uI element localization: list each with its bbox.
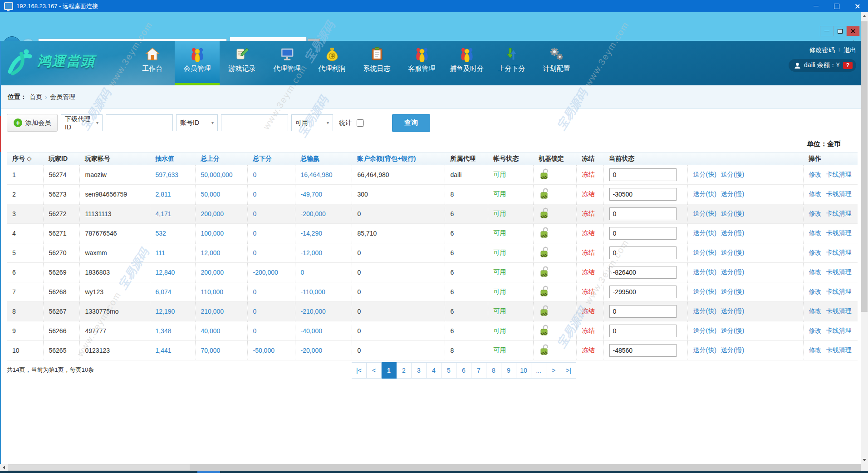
machine-lock-icon[interactable] <box>539 344 551 356</box>
send-slow-link[interactable]: 送分(慢) <box>721 268 744 276</box>
current-state-input[interactable] <box>609 227 677 240</box>
nav-item-plan-config[interactable]: 计划配置 <box>534 41 579 85</box>
page-3-button[interactable]: 3 <box>412 362 427 379</box>
current-state-input[interactable] <box>609 246 677 259</box>
page-1-button[interactable]: 1 <box>382 362 397 379</box>
clear-line-link[interactable]: 卡线清理 <box>826 307 851 315</box>
column-header[interactable]: 总上分 <box>195 153 247 165</box>
send-slow-link[interactable]: 送分(慢) <box>721 346 744 354</box>
current-state-input[interactable] <box>609 286 677 298</box>
page-2-button[interactable]: 2 <box>397 362 412 379</box>
machine-lock-icon[interactable] <box>539 168 551 181</box>
scroll-down-icon[interactable] <box>861 456 868 464</box>
status-select[interactable]: 可用▾ <box>291 114 333 131</box>
column-header[interactable]: 序号 ◇ <box>7 153 43 165</box>
nav-item-customer-service[interactable]: 客服管理 <box>399 41 444 85</box>
scroll-left-icon[interactable] <box>0 464 8 471</box>
breadcrumb-home-link[interactable]: 首页 <box>29 93 42 101</box>
current-state-input[interactable] <box>609 325 677 337</box>
account-id-input[interactable] <box>221 114 288 131</box>
search-button[interactable]: 查询 <box>392 114 430 132</box>
edit-link[interactable]: 修改 <box>809 268 822 276</box>
send-fast-link[interactable]: 送分(快) <box>693 210 716 217</box>
edit-link[interactable]: 修改 <box>809 346 822 354</box>
column-header[interactable]: 总下分 <box>247 153 295 165</box>
machine-lock-icon[interactable] <box>539 305 551 317</box>
vertical-scrollbar[interactable] <box>861 12 868 464</box>
page-9-button[interactable]: 9 <box>501 362 516 379</box>
machine-lock-icon[interactable] <box>539 227 551 239</box>
page-5-button[interactable]: 5 <box>441 362 456 379</box>
nav-item-agent-profit[interactable]: 代理利润 <box>309 41 354 85</box>
machine-lock-icon[interactable] <box>539 324 551 337</box>
edit-link[interactable]: 修改 <box>809 171 822 178</box>
send-fast-link[interactable]: 送分(快) <box>693 327 716 334</box>
nav-item-system-logs[interactable]: 系统日志 <box>354 41 399 85</box>
send-fast-link[interactable]: 送分(快) <box>693 346 716 354</box>
send-fast-link[interactable]: 送分(快) <box>693 190 716 197</box>
current-state-input[interactable] <box>609 305 677 318</box>
freeze-link[interactable]: 冻结 <box>582 327 595 334</box>
send-slow-link[interactable]: 送分(慢) <box>721 171 744 178</box>
ie-close-button[interactable] <box>846 26 859 36</box>
clear-line-link[interactable]: 卡线清理 <box>826 249 851 256</box>
send-fast-link[interactable]: 送分(快) <box>693 229 716 236</box>
page-7-button[interactable]: 7 <box>471 362 486 379</box>
edit-link[interactable]: 修改 <box>809 229 822 236</box>
current-state-input[interactable] <box>609 207 677 220</box>
edit-link[interactable]: 修改 <box>809 307 822 315</box>
page-4-button[interactable]: 4 <box>427 362 441 379</box>
edit-link[interactable]: 修改 <box>809 249 822 256</box>
sub-agent-id-select[interactable]: 下级代理ID▾ <box>61 114 103 131</box>
send-fast-link[interactable]: 送分(快) <box>693 171 716 178</box>
freeze-link[interactable]: 冻结 <box>582 190 595 197</box>
send-slow-link[interactable]: 送分(慢) <box>721 307 744 315</box>
send-slow-link[interactable]: 送分(慢) <box>721 210 744 217</box>
column-header[interactable]: 抽水值 <box>150 153 195 165</box>
clear-line-link[interactable]: 卡线清理 <box>826 229 851 236</box>
current-state-input[interactable] <box>609 168 677 181</box>
nav-item-game-records[interactable]: 游戏记录 <box>220 41 265 85</box>
page-prev-button[interactable]: < <box>367 362 382 379</box>
edit-link[interactable]: 修改 <box>809 210 822 217</box>
freeze-link[interactable]: 冻结 <box>582 249 595 256</box>
rdp-minimize-button[interactable] <box>805 0 826 12</box>
page-last-button[interactable]: >| <box>561 362 576 379</box>
freeze-link[interactable]: 冻结 <box>582 229 595 236</box>
freeze-link[interactable]: 冻结 <box>582 268 595 276</box>
page-next-button[interactable]: > <box>546 362 561 379</box>
nav-item-members[interactable]: 会员管理 <box>175 41 220 85</box>
send-fast-link[interactable]: 送分(快) <box>693 249 716 256</box>
freeze-link[interactable]: 冻结 <box>582 307 595 315</box>
page-6-button[interactable]: 6 <box>456 362 471 379</box>
machine-lock-icon[interactable] <box>539 285 551 298</box>
add-member-button[interactable]: + 添加会员 <box>7 114 58 132</box>
nav-item-score-up-down[interactable]: 上分下分 <box>489 41 534 85</box>
page-8-button[interactable]: 8 <box>486 362 501 379</box>
machine-lock-icon[interactable] <box>539 187 551 200</box>
rdp-close-button[interactable] <box>847 0 868 12</box>
current-state-input[interactable] <box>609 188 677 201</box>
send-slow-link[interactable]: 送分(慢) <box>721 229 744 236</box>
column-header[interactable]: 账户余额(背包+银行) <box>352 153 445 165</box>
send-fast-link[interactable]: 送分(快) <box>693 268 716 276</box>
stats-checkbox[interactable] <box>357 119 364 127</box>
nav-item-agent-management[interactable]: 代理管理 <box>265 41 309 85</box>
horizontal-scrollbar[interactable] <box>0 464 861 471</box>
column-header[interactable]: 总输赢 <box>295 153 352 165</box>
machine-lock-icon[interactable] <box>539 266 551 278</box>
send-fast-link[interactable]: 送分(快) <box>693 307 716 315</box>
send-slow-link[interactable]: 送分(慢) <box>721 288 744 295</box>
send-slow-link[interactable]: 送分(慢) <box>721 327 744 334</box>
ie-restore-button[interactable] <box>833 26 846 36</box>
page-10-button[interactable]: 10 <box>516 362 531 379</box>
rdp-maximize-button[interactable] <box>826 0 847 12</box>
nav-item-fishing-score[interactable]: 捕鱼及时分 <box>444 41 489 85</box>
logout-link[interactable]: 退出 <box>843 46 856 54</box>
freeze-link[interactable]: 冻结 <box>582 171 595 178</box>
freeze-link[interactable]: 冻结 <box>582 288 595 295</box>
clear-line-link[interactable]: 卡线清理 <box>826 288 851 295</box>
vertical-scrollbar-thumb[interactable] <box>861 21 868 312</box>
clear-line-link[interactable]: 卡线清理 <box>826 268 851 276</box>
change-password-link[interactable]: 修改密码 <box>809 46 835 54</box>
